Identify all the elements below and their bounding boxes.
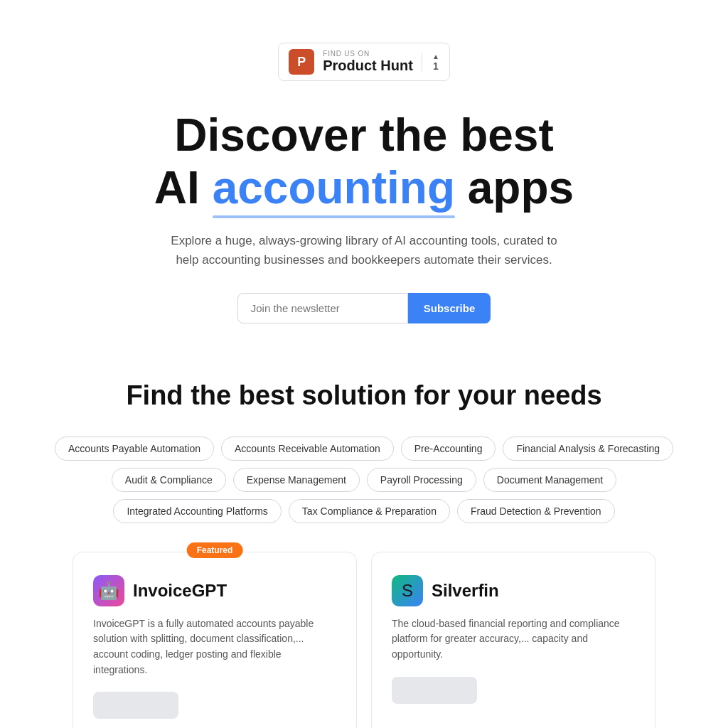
ph-find-us-label: FIND US ON bbox=[323, 50, 413, 58]
card-action-placeholder bbox=[93, 692, 178, 719]
hero-ai-prefix: AI bbox=[154, 162, 213, 213]
hero-title: Discover the best AI accounting apps bbox=[71, 109, 657, 214]
ph-text: FIND US ON Product Hunt bbox=[323, 50, 413, 74]
solutions-title: Find the best solution for your needs bbox=[28, 380, 700, 411]
card-icon: S bbox=[392, 575, 423, 606]
hero-apps-suffix: apps bbox=[455, 162, 574, 213]
card-description: InvoiceGPT is a fully automated accounts… bbox=[93, 616, 336, 678]
solution-tag[interactable]: Pre-Accounting bbox=[401, 437, 496, 461]
solutions-section: Find the best solution for your needs Ac… bbox=[0, 380, 728, 523]
hero-accent-word: accounting bbox=[213, 162, 455, 215]
ph-icon: P bbox=[289, 49, 314, 75]
solution-tag[interactable]: Tax Compliance & Preparation bbox=[289, 499, 450, 523]
solution-tag[interactable]: Integrated Accounting Platforms bbox=[113, 499, 281, 523]
ph-vote-section[interactable]: ▲ 1 bbox=[422, 53, 439, 72]
ph-upvote-arrow: ▲ bbox=[432, 53, 439, 60]
card-description: The cloud-based financial reporting and … bbox=[392, 616, 635, 663]
solution-tag[interactable]: Expense Management bbox=[233, 468, 360, 492]
solution-tag[interactable]: Financial Analysis & Forecasting bbox=[503, 437, 673, 461]
tags-container: Accounts Payable AutomationAccounts Rece… bbox=[28, 437, 700, 523]
card-icon: 🤖 bbox=[93, 575, 124, 606]
hero-section: Discover the best AI accounting apps Exp… bbox=[0, 109, 728, 270]
ph-name-label: Product Hunt bbox=[323, 58, 413, 74]
card-name: Silverfin bbox=[432, 581, 499, 601]
hero-line1: Discover the best bbox=[174, 109, 554, 161]
product-card-silverfin: S Silverfin The cloud-based financial re… bbox=[371, 552, 655, 728]
card-name: InvoiceGPT bbox=[133, 581, 227, 601]
subscribe-button[interactable]: Subscribe bbox=[408, 293, 491, 323]
solution-tag[interactable]: Fraud Detection & Prevention bbox=[457, 499, 615, 523]
card-header: S Silverfin bbox=[392, 575, 635, 606]
newsletter-input[interactable] bbox=[237, 293, 408, 323]
cards-section: Featured 🤖 InvoiceGPT InvoiceGPT is a fu… bbox=[0, 552, 728, 728]
hero-line2: AI accounting apps bbox=[154, 162, 574, 213]
product-hunt-badge[interactable]: P FIND US ON Product Hunt ▲ 1 bbox=[278, 43, 450, 81]
solution-tag[interactable]: Audit & Compliance bbox=[112, 468, 226, 492]
product-card-invoicegpt: Featured 🤖 InvoiceGPT InvoiceGPT is a fu… bbox=[73, 552, 357, 728]
solution-tag[interactable]: Payroll Processing bbox=[367, 468, 476, 492]
solution-tag[interactable]: Accounts Payable Automation bbox=[55, 437, 214, 461]
card-action-placeholder bbox=[392, 677, 477, 704]
ph-vote-count: 1 bbox=[433, 60, 439, 72]
solution-tag[interactable]: Document Management bbox=[483, 468, 616, 492]
card-header: 🤖 InvoiceGPT bbox=[93, 575, 336, 606]
solution-tag[interactable]: Accounts Receivable Automation bbox=[221, 437, 394, 461]
featured-badge: Featured bbox=[187, 542, 243, 558]
newsletter-row: Subscribe bbox=[0, 293, 728, 323]
hero-subtitle: Explore a huge, always-growing library o… bbox=[165, 231, 563, 269]
